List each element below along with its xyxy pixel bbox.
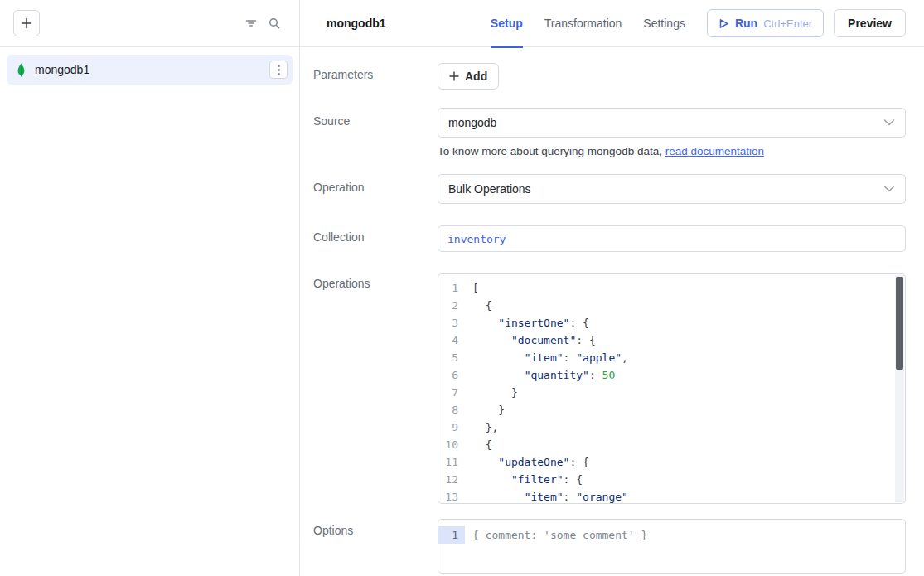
code-text: }, <box>465 419 498 436</box>
source-label: Source <box>313 108 438 157</box>
options-row: Options 1{ comment: 'some comment' } <box>313 519 906 574</box>
code-line[interactable]: 11 "updateOne": { <box>438 453 905 471</box>
add-parameter-label: Add <box>465 70 487 83</box>
line-number: 4 <box>438 332 465 349</box>
line-number: 2 <box>438 297 465 314</box>
source-select[interactable]: mongodb <box>438 108 906 138</box>
source-row: Source mongodb To know more about queryi… <box>313 108 906 157</box>
line-number: 11 <box>438 453 465 471</box>
source-help-prefix: To know more about querying mongodb data… <box>438 145 665 157</box>
code-line[interactable]: 10 { <box>438 436 905 453</box>
filter-icon <box>244 17 258 30</box>
editor-scrollbar[interactable] <box>895 275 904 502</box>
add-query-button[interactable] <box>13 10 40 36</box>
preview-button-label: Preview <box>848 17 892 30</box>
run-button-label: Run <box>735 17 757 30</box>
code-line[interactable]: 12 "filter": { <box>438 471 905 488</box>
line-number: 6 <box>438 366 465 384</box>
operation-select[interactable]: Bulk Operations <box>438 174 906 204</box>
line-number: 7 <box>438 384 465 401</box>
plus-icon <box>449 71 459 81</box>
parameters-label: Parameters <box>313 63 438 90</box>
query-sidebar: mongodb1 <box>0 0 300 576</box>
code-text: } <box>465 401 505 419</box>
kebab-icon <box>278 65 280 75</box>
operation-row: Operation Bulk Operations <box>313 174 906 204</box>
tab-transformation[interactable]: Transformation <box>544 0 622 47</box>
query-list-item-mongodb1[interactable]: mongodb1 <box>7 55 293 85</box>
play-icon <box>718 18 729 29</box>
tab-setup[interactable]: Setup <box>491 0 523 47</box>
code-line[interactable]: 13 "item": "orange" <box>438 488 905 504</box>
query-list: mongodb1 <box>0 47 299 92</box>
code-text: "document": { <box>465 332 596 349</box>
filter-button[interactable] <box>239 12 263 35</box>
scrollbar-thumb[interactable] <box>896 277 903 370</box>
code-text: "item": "apple", <box>465 349 628 366</box>
read-documentation-link[interactable]: read documentation <box>665 145 764 157</box>
line-number: 13 <box>438 488 465 504</box>
sidebar-toolbar <box>0 0 299 47</box>
editor-tabs: Setup Transformation Settings <box>491 0 685 47</box>
code-line[interactable]: 8 } <box>438 401 905 419</box>
run-button-shortcut: Ctrl+Enter <box>763 17 812 30</box>
code-text: "quantity": 50 <box>465 366 615 384</box>
code-text: "insertOne": { <box>465 314 589 332</box>
line-number: 1 <box>438 279 465 297</box>
code-line[interactable]: 5 "item": "apple", <box>438 349 905 366</box>
collection-input-value: inventory <box>447 233 506 245</box>
code-text: { <box>465 436 491 453</box>
code-text: } <box>465 384 518 401</box>
code-line[interactable]: 2 { <box>438 297 905 314</box>
collection-label: Collection <box>313 225 438 252</box>
line-number: 9 <box>438 419 465 436</box>
source-help-text: To know more about querying mongodb data… <box>438 145 906 157</box>
code-line[interactable]: 1{ comment: 'some comment' } <box>438 526 905 544</box>
parameters-row: Parameters Add <box>313 63 906 90</box>
options-code-editor[interactable]: 1{ comment: 'some comment' } <box>438 519 906 574</box>
code-line[interactable]: 9 }, <box>438 419 905 436</box>
options-label: Options <box>313 519 438 574</box>
code-text: { comment: 'some comment' } <box>465 526 647 544</box>
query-item-label: mongodb1 <box>35 63 262 76</box>
collection-input[interactable]: inventory <box>438 225 906 252</box>
code-line[interactable]: 1[ <box>438 279 905 297</box>
preview-button[interactable]: Preview <box>834 9 906 37</box>
query-item-menu-button[interactable] <box>269 61 288 79</box>
operations-label: Operations <box>313 273 438 504</box>
code-text: "item": "orange" <box>465 488 628 504</box>
query-setup-form: Parameters Add Source mongodb <box>300 47 924 576</box>
line-number: 10 <box>438 436 465 453</box>
collection-row: Collection inventory <box>313 225 906 252</box>
line-number: 12 <box>438 471 465 488</box>
line-number: 3 <box>438 314 465 332</box>
mongodb-leaf-icon <box>15 63 27 77</box>
search-button[interactable] <box>263 12 286 35</box>
code-text: "filter": { <box>465 471 583 488</box>
query-title: mongodb1 <box>327 17 386 30</box>
chevron-down-icon <box>883 186 895 193</box>
code-text: { <box>465 297 491 314</box>
plus-icon <box>21 17 32 29</box>
line-number: 1 <box>438 526 465 544</box>
code-line[interactable]: 6 "quantity": 50 <box>438 366 905 384</box>
add-parameter-button[interactable]: Add <box>438 63 499 90</box>
tab-settings[interactable]: Settings <box>643 0 685 47</box>
code-line[interactable]: 3 "insertOne": { <box>438 314 905 332</box>
run-button[interactable]: Run Ctrl+Enter <box>707 9 824 37</box>
line-number: 5 <box>438 349 465 366</box>
chevron-down-icon <box>883 119 895 127</box>
code-line[interactable]: 4 "document": { <box>438 332 905 349</box>
code-text: "updateOne": { <box>465 453 589 471</box>
operations-row: Operations 1[2 {3 "insertOne": {4 "docum… <box>313 273 906 504</box>
source-select-value: mongodb <box>448 116 496 129</box>
search-icon <box>268 17 281 30</box>
operation-select-value: Bulk Operations <box>448 182 531 196</box>
code-line[interactable]: 7 } <box>438 384 905 401</box>
operations-code-editor[interactable]: 1[2 {3 "insertOne": {4 "document": {5 "i… <box>438 273 906 504</box>
operation-label: Operation <box>313 174 438 204</box>
query-editor-header: mongodb1 Setup Transformation Settings R… <box>300 0 924 47</box>
query-editor-panel: mongodb1 Setup Transformation Settings R… <box>300 0 924 576</box>
app-window: mongodb1 mongodb1 Setup Transformation S… <box>0 0 924 576</box>
code-text: [ <box>465 279 479 297</box>
